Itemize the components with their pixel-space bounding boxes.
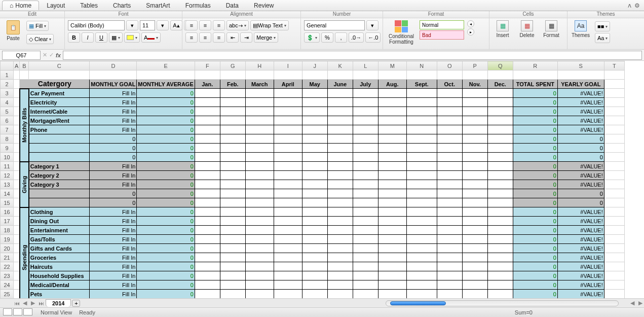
month-cell[interactable] bbox=[487, 180, 513, 189]
monthly-goal-cell[interactable]: Fill In bbox=[90, 217, 137, 226]
yearly-goal-cell[interactable]: #VALUE! bbox=[557, 98, 604, 107]
month-cell[interactable] bbox=[220, 116, 245, 125]
month-cell[interactable] bbox=[220, 217, 245, 226]
month-cell[interactable] bbox=[274, 271, 302, 280]
col-header-I[interactable]: I bbox=[274, 61, 302, 71]
month-cell[interactable] bbox=[437, 253, 462, 262]
col-header-M[interactable]: M bbox=[378, 61, 406, 71]
monthly-goal-cell[interactable]: Fill In bbox=[90, 290, 137, 299]
month-cell[interactable] bbox=[406, 253, 437, 262]
month-cell[interactable] bbox=[437, 180, 462, 189]
month-cell[interactable] bbox=[353, 107, 378, 116]
month-cell[interactable] bbox=[353, 116, 378, 125]
month-cell[interactable] bbox=[406, 180, 437, 189]
category-cell[interactable]: Phone bbox=[29, 125, 90, 134]
monthly-avg-cell[interactable]: 0 bbox=[137, 89, 195, 98]
formula-input[interactable] bbox=[63, 51, 642, 60]
month-cell[interactable] bbox=[353, 271, 378, 280]
month-cell[interactable] bbox=[378, 217, 406, 226]
month-cell[interactable] bbox=[327, 180, 353, 189]
month-cell[interactable] bbox=[437, 217, 462, 226]
month-cell[interactable] bbox=[437, 280, 462, 290]
total-spent-cell[interactable]: 0 bbox=[513, 253, 557, 262]
month-cell[interactable] bbox=[462, 89, 487, 98]
col-header-H[interactable]: H bbox=[245, 61, 274, 71]
month-cell[interactable] bbox=[327, 134, 353, 144]
month-cell[interactable] bbox=[302, 262, 327, 271]
cell[interactable] bbox=[220, 71, 245, 80]
total-spent-cell[interactable]: 0 bbox=[513, 98, 557, 107]
month-cell[interactable] bbox=[406, 271, 437, 280]
row-header-2[interactable]: 2 bbox=[1, 80, 14, 89]
month-cell[interactable] bbox=[437, 107, 462, 116]
month-cell[interactable] bbox=[274, 107, 302, 116]
view-mode-icons[interactable] bbox=[3, 308, 33, 316]
tab-layout[interactable]: Layout bbox=[39, 1, 72, 10]
row-header-19[interactable]: 19 bbox=[1, 235, 14, 244]
monthly-avg-cell[interactable]: 0 bbox=[137, 244, 195, 253]
increase-indent-icon[interactable]: ⇥ bbox=[240, 32, 252, 43]
cell[interactable] bbox=[302, 71, 327, 80]
month-cell[interactable] bbox=[462, 171, 487, 180]
monthly-goal-cell[interactable]: Fill In bbox=[90, 235, 137, 244]
yearly-goal-cell[interactable]: #VALUE! bbox=[557, 116, 604, 125]
month-cell[interactable] bbox=[274, 162, 302, 171]
monthly-avg-cell[interactable]: 0 bbox=[137, 235, 195, 244]
month-cell[interactable] bbox=[302, 290, 327, 299]
month-cell[interactable] bbox=[462, 116, 487, 125]
month-cell[interactable] bbox=[274, 207, 302, 217]
month-cell[interactable] bbox=[302, 226, 327, 235]
total-spent-cell[interactable]: 0 bbox=[513, 162, 557, 171]
cell[interactable] bbox=[20, 71, 29, 80]
month-cell[interactable] bbox=[378, 226, 406, 235]
month-cell[interactable] bbox=[195, 116, 220, 125]
month-cell[interactable] bbox=[406, 162, 437, 171]
align-left-icon[interactable]: ≡ bbox=[185, 32, 198, 43]
row-header-4[interactable]: 4 bbox=[1, 98, 14, 107]
month-cell[interactable] bbox=[437, 271, 462, 280]
month-cell[interactable] bbox=[487, 125, 513, 134]
themes-button[interactable]: Aa Themes bbox=[571, 20, 591, 38]
month-cell[interactable] bbox=[353, 153, 378, 162]
insert-cells-button[interactable]: ▦ Insert bbox=[493, 20, 513, 38]
header-month-1[interactable]: Feb. bbox=[220, 80, 245, 89]
month-cell[interactable] bbox=[195, 180, 220, 189]
month-cell[interactable] bbox=[327, 116, 353, 125]
month-cell[interactable] bbox=[378, 253, 406, 262]
gear-icon[interactable]: ⚙ bbox=[634, 2, 640, 9]
month-cell[interactable] bbox=[195, 153, 220, 162]
month-cell[interactable] bbox=[245, 262, 274, 271]
conditional-formatting-button[interactable]: Conditional Formatting bbox=[386, 20, 416, 45]
category-cell[interactable]: Electricity bbox=[29, 98, 90, 107]
monthly-avg-cell[interactable]: 0 bbox=[137, 107, 195, 116]
month-cell[interactable] bbox=[487, 271, 513, 280]
row-header-14[interactable]: 14 bbox=[1, 189, 14, 198]
col-header-Q[interactable]: Q bbox=[487, 61, 513, 71]
yearly-goal-cell[interactable]: #VALUE! bbox=[557, 107, 604, 116]
month-cell[interactable] bbox=[327, 125, 353, 134]
header-month-7[interactable]: Aug. bbox=[378, 80, 406, 89]
month-cell[interactable] bbox=[274, 89, 302, 98]
monthly-goal-cell[interactable]: Fill In bbox=[90, 89, 137, 98]
total-spent-cell[interactable]: 0 bbox=[513, 107, 557, 116]
total-spent-cell[interactable]: 0 bbox=[513, 262, 557, 271]
month-cell[interactable] bbox=[327, 162, 353, 171]
month-cell[interactable] bbox=[220, 189, 245, 198]
month-cell[interactable] bbox=[302, 244, 327, 253]
month-cell[interactable] bbox=[378, 98, 406, 107]
month-cell[interactable] bbox=[274, 217, 302, 226]
month-cell[interactable] bbox=[220, 134, 245, 144]
month-cell[interactable] bbox=[195, 198, 220, 207]
total-spent-cell[interactable]: 0 bbox=[513, 226, 557, 235]
align-right-icon[interactable]: ≡ bbox=[213, 32, 225, 43]
total-spent-cell[interactable]: 0 bbox=[513, 144, 557, 153]
month-cell[interactable] bbox=[245, 89, 274, 98]
monthly-avg-cell[interactable]: 0 bbox=[137, 171, 195, 180]
month-cell[interactable] bbox=[462, 244, 487, 253]
month-cell[interactable] bbox=[487, 134, 513, 144]
month-cell[interactable] bbox=[274, 235, 302, 244]
month-cell[interactable] bbox=[274, 98, 302, 107]
tab-smartart[interactable]: SmartArt bbox=[138, 1, 177, 10]
month-cell[interactable] bbox=[437, 153, 462, 162]
spreadsheet[interactable]: ABCDEFGHIJKLMNOPQRST12CatergoryMONTHLY G… bbox=[0, 61, 644, 298]
